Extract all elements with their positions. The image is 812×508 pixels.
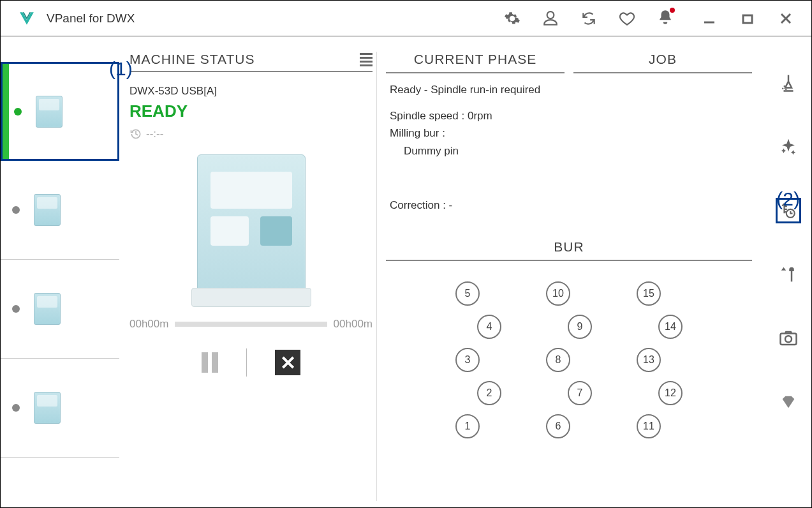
machine-item-2[interactable] xyxy=(1,161,119,260)
history-icon xyxy=(129,128,142,140)
app-logo-icon xyxy=(18,10,35,27)
user-icon[interactable] xyxy=(542,10,559,27)
machine-name: DWX-53D USB[A] xyxy=(129,85,373,98)
title-toolbar xyxy=(504,9,674,28)
svg-point-9 xyxy=(785,336,792,342)
phase-line1: Ready - Spindle run-in required xyxy=(390,81,561,98)
machine-thumb-icon xyxy=(34,293,61,325)
phase-line4: Correction : - xyxy=(390,197,561,214)
milling-icon[interactable] xyxy=(778,72,799,94)
progress-bar xyxy=(175,322,327,327)
status-dot-icon xyxy=(14,108,22,116)
status-header: MACHINE STATUS xyxy=(129,52,255,67)
current-phase-panel: CURRENT PHASE Ready - Spindle run-in req… xyxy=(386,52,565,230)
divider xyxy=(246,348,247,377)
bur-slot-1[interactable]: 1 xyxy=(455,414,480,438)
job-panel: JOB xyxy=(573,52,752,230)
pause-button[interactable] xyxy=(202,352,218,373)
status-dot-icon xyxy=(12,404,20,412)
bur-header: BUR xyxy=(386,239,752,261)
camera-icon[interactable] xyxy=(778,327,799,349)
progress-end: 00h00m xyxy=(334,318,373,331)
time-info: --:-- xyxy=(129,128,373,140)
right-toolbar xyxy=(765,36,811,507)
bur-slot-7[interactable]: 7 xyxy=(568,381,592,405)
app-title: VPanel for DWX xyxy=(47,11,504,26)
machine-list xyxy=(1,36,119,507)
diamond-icon[interactable] xyxy=(778,391,799,413)
minimize-icon[interactable] xyxy=(702,11,717,26)
progress-row: 00h00m 00h00m xyxy=(129,318,373,331)
sparkle-icon[interactable] xyxy=(778,136,799,158)
heart-icon[interactable] xyxy=(619,10,635,27)
bur-slot-11[interactable]: 11 xyxy=(637,414,661,438)
svg-point-4 xyxy=(784,86,786,87)
bur-panel: BUR 543211098761514131211 xyxy=(386,239,752,501)
bur-slot-4[interactable]: 4 xyxy=(477,315,501,339)
machine-item-1[interactable] xyxy=(1,62,119,161)
machine-thumb-icon xyxy=(34,392,61,424)
progress-start: 00h00m xyxy=(129,318,168,331)
machine-image xyxy=(197,154,306,301)
phase-header: CURRENT PHASE xyxy=(386,52,565,73)
refresh-icon[interactable] xyxy=(580,10,597,27)
status-menu-icon[interactable] xyxy=(360,53,373,66)
bur-slot-2[interactable]: 2 xyxy=(477,381,501,405)
titlebar: VPanel for DWX xyxy=(1,1,811,36)
status-dot-icon xyxy=(12,206,20,214)
bur-slot-12[interactable]: 12 xyxy=(658,381,683,405)
svg-rect-1 xyxy=(743,15,752,23)
phase-line2: Spindle speed : 0rpm xyxy=(390,107,561,124)
window-controls xyxy=(702,11,794,26)
bur-slot-8[interactable]: 8 xyxy=(546,348,570,372)
bur-slot-6[interactable]: 6 xyxy=(546,414,570,438)
phase-line3b: Dummy pin xyxy=(390,142,561,160)
svg-point-5 xyxy=(782,88,784,90)
machine-thumb-icon xyxy=(36,96,63,128)
settings-icon[interactable] xyxy=(504,10,520,27)
status-dot-icon xyxy=(12,305,20,313)
bur-slot-10[interactable]: 10 xyxy=(546,281,570,306)
maximize-icon[interactable] xyxy=(740,11,755,26)
phase-line3: Milling bur : xyxy=(390,124,561,142)
bur-slot-5[interactable]: 5 xyxy=(455,281,480,306)
machine-item-3[interactable] xyxy=(1,260,119,359)
job-header: JOB xyxy=(573,52,752,73)
machine-thumb-icon xyxy=(34,194,61,226)
stop-button[interactable]: ✕ xyxy=(275,350,300,375)
machine-state: READY xyxy=(129,101,373,121)
machine-status-panel: MACHINE STATUS DWX-53D USB[A] READY --:-… xyxy=(129,52,377,501)
svg-point-6 xyxy=(785,89,787,91)
close-icon[interactable] xyxy=(778,11,794,26)
machine-item-4[interactable] xyxy=(1,359,119,458)
tools-icon[interactable] xyxy=(778,264,799,285)
bell-icon[interactable] xyxy=(657,9,674,28)
bur-slot-3[interactable]: 3 xyxy=(455,348,480,372)
bur-slot-15[interactable]: 15 xyxy=(637,281,661,306)
bur-slot-9[interactable]: 9 xyxy=(568,315,592,339)
bur-slot-14[interactable]: 14 xyxy=(658,315,683,339)
bur-schedule-icon[interactable] xyxy=(778,200,799,221)
bur-slot-13[interactable]: 13 xyxy=(637,348,661,372)
